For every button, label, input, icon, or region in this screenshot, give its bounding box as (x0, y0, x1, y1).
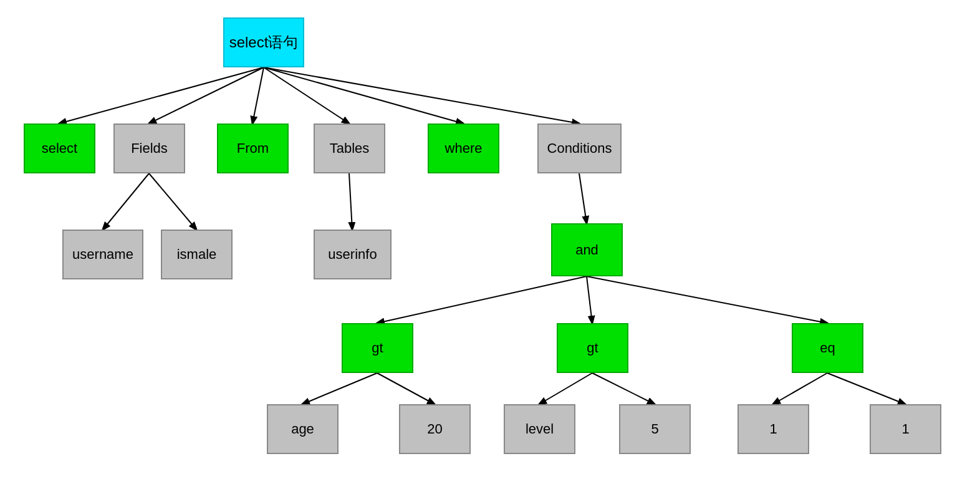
node-1b: 1 (870, 404, 941, 454)
node-from: From (217, 124, 289, 173)
node-root: select语句 (223, 17, 304, 67)
svg-line-3 (264, 67, 349, 124)
node-conditions: Conditions (537, 124, 622, 173)
svg-line-6 (103, 173, 149, 230)
node-level: level (504, 404, 575, 454)
tree-lines (0, 0, 980, 499)
svg-line-14 (377, 373, 435, 404)
svg-line-2 (252, 67, 264, 124)
svg-line-7 (149, 173, 196, 230)
node-select: select (24, 124, 95, 173)
svg-line-1 (149, 67, 264, 124)
svg-line-11 (587, 276, 592, 323)
node-fields: Fields (113, 124, 185, 173)
svg-line-16 (592, 373, 655, 404)
node-20: 20 (399, 404, 471, 454)
svg-line-0 (59, 67, 264, 124)
node-gt2: gt (557, 323, 628, 373)
node-eq: eq (792, 323, 863, 373)
node-ismale: ismale (161, 230, 233, 279)
svg-line-15 (539, 373, 592, 404)
svg-line-8 (349, 173, 352, 230)
tree-container: select语句 select Fields From Tables where… (0, 0, 980, 499)
svg-line-5 (264, 67, 579, 124)
node-username: username (62, 230, 143, 279)
node-gt1: gt (342, 323, 413, 373)
node-5: 5 (619, 404, 691, 454)
node-where: where (428, 124, 499, 173)
node-userinfo: userinfo (314, 230, 392, 279)
svg-line-17 (773, 373, 827, 404)
svg-line-10 (377, 276, 587, 323)
node-age: age (267, 404, 339, 454)
svg-line-9 (579, 173, 587, 223)
svg-line-18 (827, 373, 905, 404)
node-and: and (551, 223, 623, 276)
svg-line-13 (302, 373, 377, 404)
svg-line-12 (587, 276, 827, 323)
node-tables: Tables (314, 124, 385, 173)
svg-line-4 (264, 67, 463, 124)
node-1a: 1 (737, 404, 809, 454)
